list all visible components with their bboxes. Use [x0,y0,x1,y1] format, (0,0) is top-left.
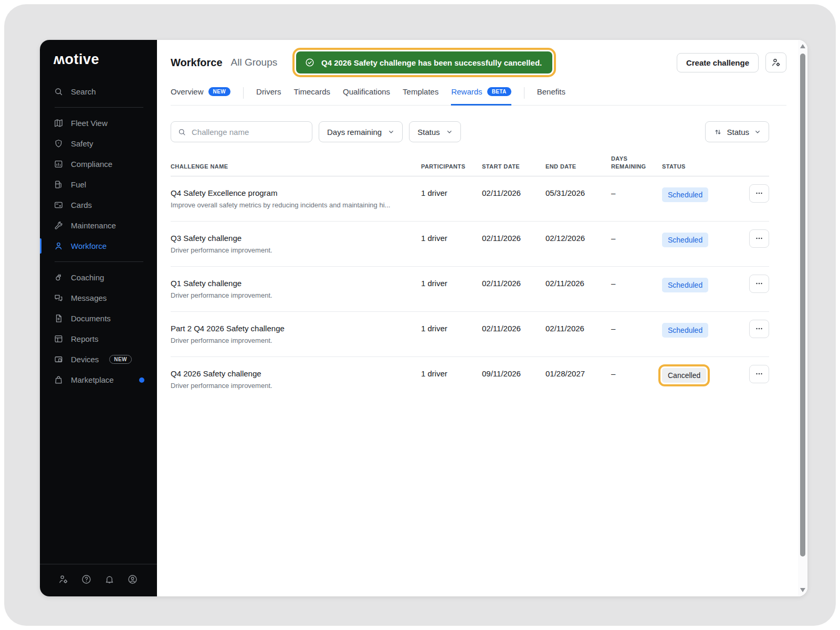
app-window: ʍotive Search Fleet View Safety Complian… [40,40,807,596]
filter-bar: Days remaining Status Status [171,121,769,142]
scroll-down-arrow[interactable] [800,588,805,592]
table-row[interactable]: Q4 2026 Safety challenge Driver performa… [171,357,769,402]
more-actions-icon [754,279,764,288]
table-row[interactable]: Q4 Safety Excellence program Improve ove… [171,176,769,222]
table-row[interactable]: Part 2 Q4 2026 Safety challenge Driver p… [171,312,769,357]
beta-badge: BETA [487,87,511,96]
row-actions-button[interactable] [749,275,769,293]
row-actions-button[interactable] [749,229,769,248]
tab-timecards[interactable]: Timecards [294,87,330,106]
challenge-description: Driver performance improvement. [171,246,416,254]
sidebar-item-label: Cards [71,201,92,209]
more-actions-icon [754,188,764,198]
device-icon [54,354,64,364]
column-header: PARTICIPANTS [421,163,482,171]
row-actions-button[interactable] [749,320,769,338]
start-date-cell: 02/11/2026 [482,323,545,333]
participants-cell: 1 driver [421,187,482,197]
tab-templates[interactable]: Templates [403,87,438,106]
days-remaining-cell: – [611,368,662,378]
sidebar-item-safety[interactable]: Safety [40,133,157,154]
sidebar-item-label: Fleet View [71,119,108,128]
sidebar-item-workforce[interactable]: Workforce [40,236,157,256]
challenge-name-cell: Q4 Safety Excellence program Improve ove… [171,187,421,209]
admin-settings-icon[interactable] [58,574,69,585]
chevron-down-icon [753,128,762,136]
challenge-name: Q4 Safety Excellence program [171,188,416,197]
tab-qualifications[interactable]: Qualifications [343,87,390,106]
sort-by-control[interactable]: Status [705,121,769,142]
table-row[interactable]: Q1 Safety challenge Driver performance i… [171,267,769,312]
create-challenge-button[interactable]: Create challenge [677,53,759,72]
sidebar-item-devices[interactable]: Devices NEW [40,349,157,370]
sidebar-item-fuel[interactable]: Fuel [40,174,157,195]
scrollbar-thumb[interactable] [800,54,805,556]
sidebar-item-fleet-view[interactable]: Fleet View [40,113,157,133]
column-header: CHALLENGE NAME [171,163,421,171]
challenge-name-cell: Q3 Safety challenge Driver performance i… [171,233,421,254]
tab-benefits[interactable]: Benefits [537,87,565,106]
status-filter[interactable]: Status [409,121,461,142]
whistle-icon [54,272,64,282]
sidebar-item-label: Devices [71,355,99,364]
group-selector[interactable]: All Groups [231,57,278,68]
sidebar-item-compliance[interactable]: Compliance [40,154,157,174]
tab-divider [524,87,524,99]
help-icon[interactable] [81,574,92,585]
tab-drivers[interactable]: Drivers [256,87,281,106]
column-header: END DATE [545,163,611,171]
chat-icon [54,293,64,303]
challenge-name-cell: Q4 2026 Safety challenge Driver performa… [171,368,421,390]
sidebar-item-cards[interactable]: Cards [40,195,157,215]
column-header: STATUS [662,163,743,171]
new-badge: NEW [208,87,231,96]
days-remaining-filter[interactable]: Days remaining [319,121,403,142]
sidebar-item-marketplace[interactable]: Marketplace [40,370,157,390]
tab-divider [243,87,244,99]
sidebar-divider [55,107,143,108]
days-remaining-cell: – [611,187,662,197]
tab-overview[interactable]: Overview NEW [171,87,230,106]
bell-icon[interactable] [104,574,115,585]
wrench-icon [54,220,64,230]
status-badge-wrap: Scheduled [658,184,712,206]
more-actions-icon [754,369,764,379]
challenge-search-input[interactable] [192,128,306,136]
row-actions-button[interactable] [749,184,769,203]
sidebar-item-messages[interactable]: Messages [40,288,157,308]
user-settings-button[interactable] [765,52,786,72]
sidebar-item-documents[interactable]: Documents [40,308,157,329]
tab-label: Benefits [537,87,565,96]
challenge-search-box[interactable] [171,121,312,142]
more-actions-icon [754,324,764,333]
status-cell: Cancelled [662,368,743,386]
status-badge-wrap: Scheduled [658,229,712,251]
chevron-down-icon [445,128,454,136]
tab-label: Qualifications [343,87,390,96]
account-icon[interactable] [127,574,138,585]
sidebar-item-search[interactable]: Search [40,81,157,102]
sidebar-item-maintenance[interactable]: Maintenance [40,215,157,236]
row-actions-button[interactable] [749,365,769,383]
participants-cell: 1 driver [421,323,482,333]
start-date-cell: 09/11/2026 [482,368,545,378]
success-toast: Q4 2026 Safety challenge has been succes… [296,51,552,74]
end-date-cell: 02/11/2026 [545,278,611,288]
challenges-table: CHALLENGE NAME PARTICIPANTS START DATE E… [171,155,769,402]
challenge-description: Improve overall safety metrics by reduci… [171,201,416,209]
status-badge-wrap: Scheduled [658,319,712,341]
scroll-up-arrow[interactable] [800,44,805,48]
vertical-scrollbar[interactable] [798,40,807,596]
tab-label: Templates [403,87,438,96]
days-remaining-cell: – [611,323,662,333]
tab-rewards[interactable]: Rewards BETA [451,87,511,106]
sidebar-item-coaching[interactable]: Coaching [40,267,157,288]
new-badge: NEW [109,355,132,364]
tab-label: Drivers [256,87,281,96]
sidebar-item-reports[interactable]: Reports [40,329,157,349]
compliance-chart-icon [54,159,64,169]
table-row[interactable]: Q3 Safety challenge Driver performance i… [171,222,769,267]
screen-frame: ʍotive Search Fleet View Safety Complian… [4,4,836,626]
status-badge-wrap: Scheduled [658,274,712,296]
more-actions-icon [754,234,764,243]
